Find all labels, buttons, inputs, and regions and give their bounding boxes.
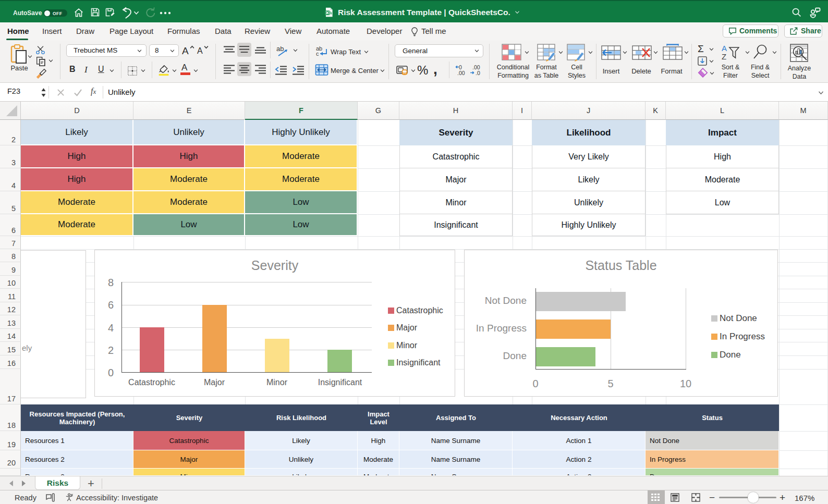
svg-text:.0: .0 (476, 70, 480, 76)
svg-text:A: A (722, 44, 727, 53)
svg-text:c: c (316, 51, 319, 57)
svg-text:Z: Z (722, 52, 726, 60)
svg-text:.00: .00 (457, 70, 465, 76)
svg-text:ab: ab (276, 45, 284, 53)
